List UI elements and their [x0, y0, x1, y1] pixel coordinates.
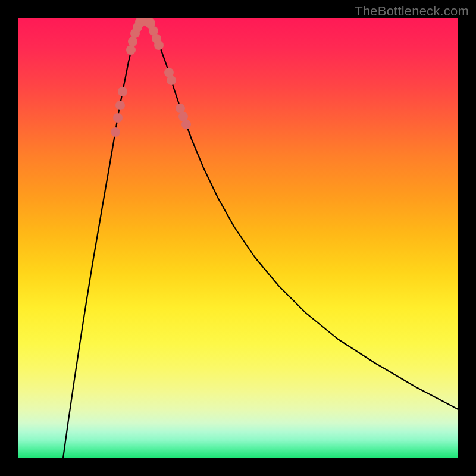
- curve-layer: [18, 18, 458, 458]
- marker-dots: [111, 18, 191, 137]
- chart-frame: TheBottleneck.com: [0, 0, 476, 476]
- marker-dot: [167, 76, 176, 85]
- marker-dot: [181, 120, 191, 129]
- marker-dot: [154, 40, 164, 50]
- bottleneck-curve: [63, 18, 458, 458]
- marker-dot: [118, 87, 127, 96]
- marker-dot: [176, 104, 185, 113]
- marker-dot: [126, 45, 136, 55]
- marker-dot: [128, 37, 137, 46]
- marker-dot: [115, 101, 125, 110]
- watermark-text: TheBottleneck.com: [355, 4, 469, 19]
- plot-area: [18, 18, 458, 458]
- marker-dot: [111, 127, 120, 137]
- marker-dot: [113, 113, 123, 123]
